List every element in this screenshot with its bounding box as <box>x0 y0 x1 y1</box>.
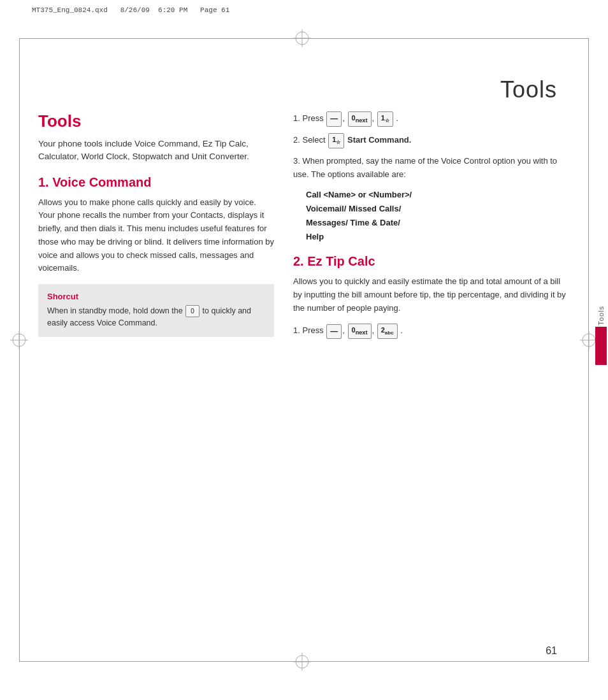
header-page: Page 61 <box>200 6 229 14</box>
options-block: Call <Name> or <Number>/ Voicemail/ Miss… <box>306 188 570 244</box>
left-column: Tools Your phone tools include Voice Com… <box>38 111 274 649</box>
step-3-number: 3. <box>293 156 302 166</box>
key-1-select: 1☆ <box>328 133 344 148</box>
step-1: 1. Press —, 0next, 1☆ . <box>293 111 570 127</box>
ez-tip-step-1-press-label: Press <box>302 326 326 336</box>
key-minus-2: — <box>326 324 342 339</box>
reg-mark-top <box>293 29 311 47</box>
shortcut-key-icon: 0 <box>185 305 199 317</box>
ez-tip-step-1: 1. Press —, 0next, 2abc . <box>293 324 570 339</box>
key-2abc: 2abc <box>377 324 398 339</box>
header-filename: MT375_Eng_0824.qxd <box>32 6 108 14</box>
voice-command-body: Allows you to make phone calls quickly a… <box>38 196 274 276</box>
sidebar-tab-label: Tools <box>597 306 605 325</box>
intro-text: Your phone tools include Voice Command, … <box>38 138 274 164</box>
ez-tip-calc-body: Allows you to quickly and easily estimat… <box>293 275 570 315</box>
voice-command-heading: 1. Voice Command <box>38 175 274 190</box>
page-border-left <box>19 38 20 662</box>
step-3: 3. When prompted, say the name of the Vo… <box>293 155 570 182</box>
reg-mark-bottom <box>293 653 311 671</box>
step-2-select-label: Select <box>302 135 328 145</box>
key-0next-2: 0next <box>348 324 372 339</box>
tools-section-heading: Tools <box>38 111 274 131</box>
step-2: 2. Select 1☆ Start Command. <box>293 133 570 148</box>
page-border-right <box>588 38 589 662</box>
key-minus-1: — <box>326 111 342 126</box>
shortcut-body: When in standby mode, hold down the 0 to… <box>47 305 265 329</box>
page-title: Tools <box>500 76 557 103</box>
sidebar-tab-bar <box>595 327 607 365</box>
step-1-press-label: Press <box>302 113 326 123</box>
key-0next-1: 0next <box>348 111 372 127</box>
right-column: 1. Press —, 0next, 1☆ . 2. Select 1☆ Sta… <box>293 111 570 649</box>
key-1-1: 1☆ <box>377 111 393 127</box>
step-2-number: 2. <box>293 135 302 145</box>
sidebar-tab: Tools <box>594 306 608 365</box>
ez-tip-calc-heading: 2. Ez Tip Calc <box>293 254 570 269</box>
header-time: 6:20 PM <box>158 6 187 14</box>
step-3-text: When prompted, say the name of the Voice… <box>293 156 557 179</box>
ez-tip-step-1-number: 1. <box>293 326 302 336</box>
step-2-bold: Start Command. <box>347 135 411 145</box>
page-number: 61 <box>546 645 557 657</box>
reg-mark-left <box>10 331 28 349</box>
content-area: Tools Your phone tools include Voice Com… <box>38 111 570 649</box>
shortcut-title: Shorcut <box>47 292 265 301</box>
header-bar: MT375_Eng_0824.qxd 8/26/09 6:20 PM Page … <box>32 6 576 14</box>
step-1-number: 1. <box>293 113 302 123</box>
shortcut-box: Shorcut When in standby mode, hold down … <box>38 284 274 337</box>
header-date: 8/26/09 <box>120 6 150 14</box>
